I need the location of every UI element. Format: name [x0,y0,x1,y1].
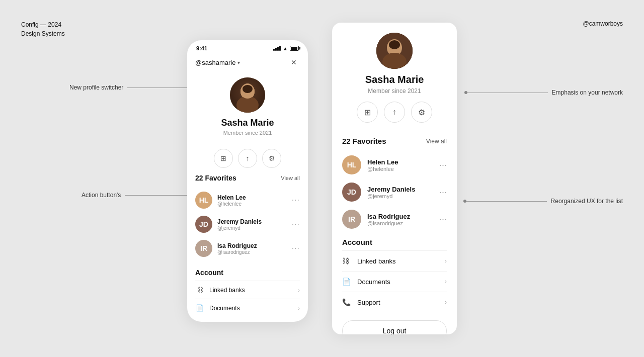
account-title: Account [195,269,300,277]
support-icon: 📞 [342,298,352,306]
list-item: JD Jeremy Daniels @jeremyd ··· [195,212,300,236]
favorite-info: Isa Rodriguez @isarodriguez [217,242,287,255]
favorites-header: 22 Favorites View all [195,174,300,182]
grid-button[interactable]: ⊞ [214,149,233,168]
phone-mockup: 9:41 ▲ @sashamarie ▾ ✕ [187,40,308,322]
favorite-info: Isa Rodriguez @isarodriguez [367,213,433,226]
more-options-button[interactable]: ··· [292,244,300,253]
logout-button[interactable]: Log out [342,320,447,334]
more-options-button[interactable]: ··· [292,196,300,205]
favorites-list: HL Helen Lee @helenlee ··· JD Jeremy Dan… [195,188,300,260]
favorite-name: Jeremy Daniels [217,218,287,225]
desktop-share-button[interactable]: ↑ [384,102,405,123]
desktop-support-item[interactable]: 📞 Support › [342,292,447,312]
avatar: JD [342,183,361,202]
profile-switcher[interactable]: @sashamarie ▾ [195,59,240,66]
favorite-handle: @helenlee [217,201,287,207]
desktop-linked-banks-item[interactable]: ⛓ Linked banks › [342,250,447,271]
action-buttons-group: ⊞ ↑ ⚙ [195,149,300,168]
favorite-name: Helen Lee [367,158,433,166]
linked-banks-label: Linked banks [357,257,440,265]
svg-point-7 [389,40,400,49]
favorite-name: Isa Rodriguez [367,213,433,220]
favorite-handle: @jeremyd [367,193,433,199]
desktop-favorites-title: 22 Favorites [342,137,386,145]
favorite-name: Jeremy Daniels [367,186,433,193]
author-handle: @camworboys [583,20,623,27]
avatar: IR [342,210,361,229]
linked-banks-item[interactable]: ⛓ Linked banks › [195,281,300,299]
more-options-button[interactable]: ··· [439,160,447,170]
avatar: HL [342,155,361,174]
favorite-handle: @isarodriguez [217,249,287,255]
phone-content: Sasha Marie Member since 2021 ⊞ ↑ ⚙ 22 F… [187,73,308,315]
list-item: IR Isa Rodriguez @isarodriguez ··· [195,236,300,260]
desktop-account-section: Account ⛓ Linked banks › 📄 Documents › 📞… [342,238,447,312]
avatar: JD [195,216,212,233]
desktop-profile-section: Sasha Marie Member since 2021 ⊞ ↑ ⚙ [342,23,447,137]
favorite-info: Jeremy Daniels @jeremyd [217,218,287,231]
desktop-avatar [376,33,413,69]
desktop-documents-item[interactable]: 📄 Documents › [342,271,447,292]
desktop-card-content: Sasha Marie Member since 2021 ⊞ ↑ ⚙ 22 F… [332,23,457,334]
chevron-right-icon: › [445,299,447,306]
annotation-reorganized: Reorganized UX for the list [463,198,623,205]
chevron-right-icon: › [445,257,447,264]
desktop-settings-button[interactable]: ⚙ [411,102,432,123]
favorite-info: Helen Lee @helenlee [217,194,287,207]
avatar: HL [195,192,212,209]
desktop-action-buttons: ⊞ ↑ ⚙ [342,102,447,123]
desktop-favorites-header: 22 Favorites View all [342,137,447,145]
annotation-emphasis: Emphasis on your network [464,89,623,96]
linked-banks-label: Linked banks [209,287,293,294]
documents-label: Documents [209,305,293,312]
chevron-right-icon: › [445,278,447,285]
favorite-name: Helen Lee [217,194,287,201]
desktop-profile-name: Sasha Marie [342,74,447,85]
status-bar: 9:41 ▲ [187,40,308,54]
branding-label: Config — 2024 Design Systems [21,20,65,38]
documents-icon: 📄 [342,278,352,286]
favorite-handle: @isarodriguez [367,220,433,226]
avatar: IR [195,240,212,257]
share-button[interactable]: ↑ [238,149,257,168]
support-label: Support [357,299,440,306]
list-item: JD Jeremy Daniels @jeremyd ··· [342,178,447,206]
account-section: Account ⛓ Linked banks › 📄 Documents › [195,269,300,315]
wifi-icon: ▲ [283,46,288,51]
list-item: HL Helen Lee @helenlee ··· [342,151,447,178]
favorite-handle: @helenlee [367,166,433,172]
favorite-info: Jeremy Daniels @jeremyd [367,186,433,199]
more-options-button[interactable]: ··· [292,220,300,229]
svg-point-3 [243,85,253,93]
desktop-grid-button[interactable]: ⊞ [357,102,378,123]
phone-member-since: Member since 2021 [195,130,300,136]
view-all-button[interactable]: View all [281,175,300,181]
more-options-button[interactable]: ··· [439,187,447,198]
battery-icon [290,46,299,51]
desktop-favorites-list: HL Helen Lee @helenlee ··· JD Jeremy Dan… [342,151,447,233]
status-icons: ▲ [273,46,299,51]
chevron-right-icon: › [298,305,300,311]
chevron-down-icon: ▾ [237,60,240,65]
desktop-account-title: Account [342,238,447,246]
profile-handle: @sashamarie [195,59,235,66]
close-button[interactable]: ✕ [288,56,300,68]
desktop-member-since: Member since 2021 [342,87,447,95]
favorite-name: Isa Rodriguez [217,242,287,249]
documents-item[interactable]: 📄 Documents › [195,299,300,315]
more-options-button[interactable]: ··· [439,214,447,225]
desktop-view-all-button[interactable]: View all [426,138,447,145]
list-item: IR Isa Rodriguez @isarodriguez ··· [342,206,447,233]
favorites-title: 22 Favorites [195,174,236,182]
chevron-right-icon: › [298,287,300,293]
settings-button[interactable]: ⚙ [262,149,281,168]
documents-label: Documents [357,278,440,286]
list-item: HL Helen Lee @helenlee ··· [195,188,300,212]
phone-profile-name: Sasha Marie [195,118,300,128]
phone-header: @sashamarie ▾ ✕ [187,54,308,73]
avatar [230,77,265,113]
profile-section: Sasha Marie Member since 2021 [195,73,300,143]
linked-banks-icon: ⛓ [342,257,352,265]
signal-icon [273,46,281,51]
